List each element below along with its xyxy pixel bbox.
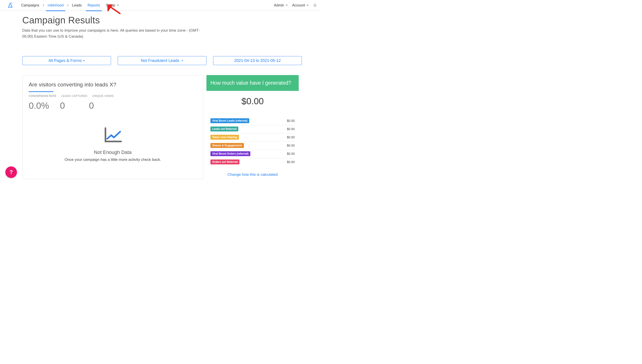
caret-down-icon (83, 58, 85, 63)
help-fab-button[interactable]: ? (5, 166, 17, 178)
filter-fraud-button[interactable]: Not Fraudulent Leads (118, 56, 206, 65)
columns: Are visitors converting into leads X? CO… (22, 75, 299, 179)
conversion-panel: Are visitors converting into leads X? CO… (22, 75, 203, 179)
value-badge: Leads not Referred (210, 126, 238, 132)
value-row: Viral Boost Leads (referred)$0.00 (210, 117, 295, 125)
nav-leads[interactable]: Leads (70, 0, 84, 11)
value-amount: $0.00 (287, 160, 295, 164)
caret-down-icon (181, 58, 184, 63)
value-amount: $0.00 (287, 144, 295, 147)
value-row: Viral Boost Orders (referred)$0.00 (210, 150, 295, 158)
value-amount: $0.00 (287, 136, 295, 139)
chevron-right-icon (67, 4, 69, 6)
value-rows: Viral Boost Leads (referred)$0.00Leads n… (210, 117, 295, 166)
metric-tabs: CONVERSION RATE LEADS CAPTURED UNIQUE VI… (29, 94, 197, 99)
value-row: Views from Sharing$0.00 (210, 134, 295, 142)
nav-admin-label: Admin (274, 3, 284, 7)
value-total: $0.00 (210, 96, 295, 106)
svg-point-2 (10, 6, 11, 7)
nav-campaign-name[interactable]: robinhood (46, 0, 65, 11)
filter-fraud-label: Not Fraudulent Leads (141, 58, 179, 63)
value-amount: $0.00 (287, 127, 295, 131)
nav-reports[interactable]: Reports (86, 0, 102, 11)
page-body: Campaign Results Data that you can use t… (0, 11, 321, 179)
nav-setup[interactable]: Setup (104, 0, 121, 11)
top-nav: Campaigns robinhood Leads Reports Setup … (0, 0, 321, 11)
value-row: Shares & Engagements$0.00 (210, 142, 295, 150)
filter-pages-button[interactable]: All Pages & Forms (22, 56, 111, 65)
value-panel-body: $0.00 Viral Boost Leads (referred)$0.00L… (206, 91, 299, 179)
chart-empty-icon (103, 126, 123, 145)
svg-point-3 (12, 3, 13, 3)
value-badge: Viral Boost Leads (referred) (210, 118, 249, 123)
value-amount: $0.00 (287, 119, 295, 122)
value-unique-views: 0 (89, 101, 111, 111)
value-leads-captured: 0 (60, 101, 84, 111)
value-badge: Shares & Engagements (210, 143, 244, 148)
filter-pages-label: All Pages & Forms (48, 58, 82, 63)
value-amount: $0.00 (287, 152, 295, 156)
nav-setup-label: Setup (106, 3, 115, 7)
no-data-text: Once your campaign has a little more act… (29, 158, 197, 162)
nav-right: Admin Account (274, 3, 317, 7)
conversion-heading: Are visitors converting into leads X? (29, 82, 197, 88)
svg-point-1 (10, 5, 10, 6)
page-subtitle: Data that you can use to improve your ca… (22, 28, 205, 40)
value-badge: Orders not Referred (210, 160, 239, 164)
chevron-right-icon (42, 4, 45, 6)
filter-dates-label: 2021-04-13 to 2021-05-12 (234, 58, 281, 63)
nav-campaigns[interactable]: Campaigns (20, 0, 41, 11)
no-data-title: Not Enough Data (29, 150, 197, 155)
svg-line-0 (11, 3, 12, 4)
tab-leads-captured[interactable]: LEADS CAPTURED (61, 94, 87, 99)
nav-account-label: Account (292, 3, 305, 7)
nav-admin[interactable]: Admin (274, 3, 288, 7)
value-row: Leads not Referred$0.00 (210, 125, 295, 134)
tab-unique-views[interactable]: UNIQUE VIEWS (92, 94, 114, 99)
value-conversion-rate: 0.0% (29, 101, 55, 111)
filter-dates-button[interactable]: 2021-04-13 to 2021-05-12 (213, 56, 302, 65)
app-logo-icon[interactable] (7, 2, 14, 9)
page-title: Campaign Results (22, 15, 299, 26)
value-badge: Viral Boost Orders (referred) (210, 151, 250, 156)
value-badge: Views from Sharing (210, 135, 239, 140)
value-panel: How much value have I generated? $0.00 V… (206, 75, 299, 179)
chevron-down-icon (284, 3, 288, 7)
nav-account[interactable]: Account (292, 3, 309, 7)
filter-row: All Pages & Forms Not Fraudulent Leads 2… (22, 56, 299, 65)
tab-conversion-rate[interactable]: CONVERSION RATE (29, 94, 57, 99)
value-panel-heading: How much value have I generated? (206, 75, 299, 91)
chevron-down-icon (305, 3, 309, 7)
value-row: Orders not Referred$0.00 (210, 158, 295, 166)
no-data-block: Not Enough Data Once your campaign has a… (29, 126, 197, 162)
chevron-down-icon (115, 3, 119, 7)
metric-values: 0.0% 0 0 (29, 101, 197, 111)
notifications-bell-icon[interactable] (313, 3, 317, 7)
change-calc-link[interactable]: Change how this is calculated (210, 172, 295, 177)
